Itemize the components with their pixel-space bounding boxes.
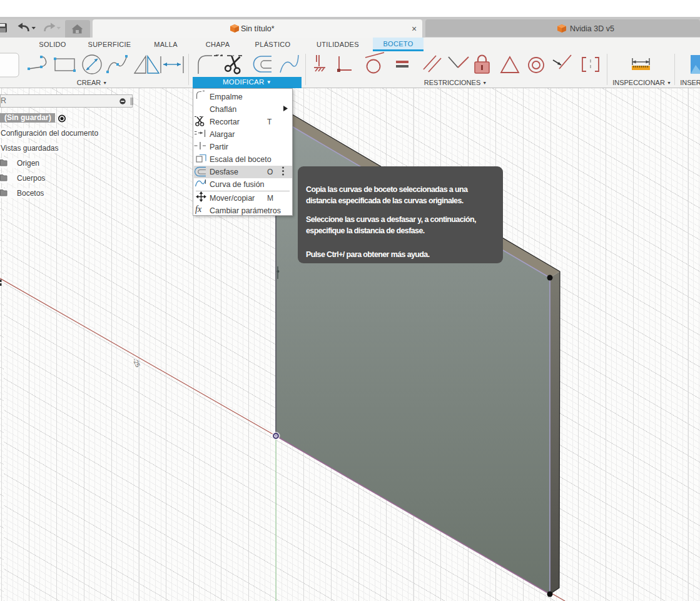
svg-text:-25: -25 [131, 357, 141, 368]
